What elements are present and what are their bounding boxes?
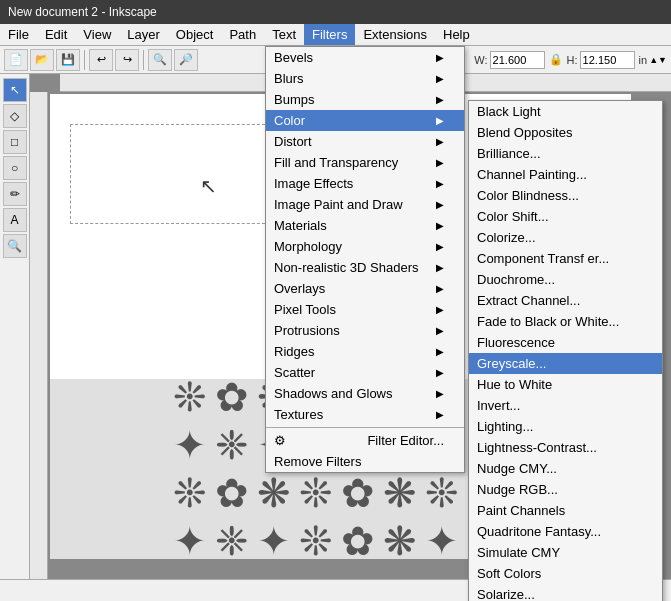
protrusions-label: Protrusions [274, 323, 340, 338]
width-input[interactable] [490, 51, 545, 69]
color-brilliance[interactable]: Brilliance... [469, 143, 662, 164]
fill-transparency-arrow: ▶ [436, 157, 444, 168]
filters-fill-transparency[interactable]: Fill and Transparency ▶ [266, 152, 464, 173]
color-component-transfer[interactable]: Component Transf er... [469, 248, 662, 269]
color-black-light[interactable]: Black Light [469, 101, 662, 122]
filters-ridges[interactable]: Ridges ▶ [266, 341, 464, 362]
zoom-tool[interactable]: 🔍 [3, 234, 27, 258]
color-soft-colors[interactable]: Soft Colors [469, 563, 662, 584]
filters-morphology[interactable]: Morphology ▶ [266, 236, 464, 257]
filters-overlays[interactable]: Overlays ▶ [266, 278, 464, 299]
menu-view[interactable]: View [75, 24, 119, 45]
menu-text[interactable]: Text [264, 24, 304, 45]
color-paint-channels[interactable]: Paint Channels [469, 500, 662, 521]
blend-opposites-label: Blend Opposites [477, 125, 572, 140]
filters-bevels[interactable]: Bevels ▶ [266, 47, 464, 68]
menu-layer[interactable]: Layer [119, 24, 168, 45]
filters-pixel-tools[interactable]: Pixel Tools ▶ [266, 299, 464, 320]
filters-dropdown[interactable]: Bevels ▶ Blurs ▶ Bumps ▶ Color ▶ Distort… [265, 46, 465, 473]
color-simulate-cmy[interactable]: Simulate CMY [469, 542, 662, 563]
color-duochrome[interactable]: Duochrome... [469, 269, 662, 290]
color-blindness-label: Color Blindness... [477, 188, 579, 203]
morphology-label: Morphology [274, 239, 342, 254]
filters-filter-editor[interactable]: ⚙ Filter Editor... [266, 430, 464, 451]
filters-color[interactable]: Color ▶ [266, 110, 464, 131]
color-fade-black-white[interactable]: Fade to Black or White... [469, 311, 662, 332]
menu-object[interactable]: Object [168, 24, 222, 45]
color-channel-painting[interactable]: Channel Painting... [469, 164, 662, 185]
zoom-in-btn[interactable]: 🔍 [148, 49, 172, 71]
ellipse-tool[interactable]: ○ [3, 156, 27, 180]
height-label: H: [567, 54, 578, 66]
color-greyscale[interactable]: Greyscale... [469, 353, 662, 374]
filter-editor-label: Filter Editor... [367, 433, 444, 448]
menu-extensions[interactable]: Extensions [355, 24, 435, 45]
undo-btn[interactable]: ↩ [89, 49, 113, 71]
filters-image-paint[interactable]: Image Paint and Draw ▶ [266, 194, 464, 215]
filters-remove[interactable]: Remove Filters [266, 451, 464, 472]
menu-help[interactable]: Help [435, 24, 478, 45]
filters-distort[interactable]: Distort ▶ [266, 131, 464, 152]
node-tool[interactable]: ◇ [3, 104, 27, 128]
save-btn[interactable]: 💾 [56, 49, 80, 71]
color-solarize[interactable]: Solarize... [469, 584, 662, 601]
color-invert[interactable]: Invert... [469, 395, 662, 416]
shadows-glows-arrow: ▶ [436, 388, 444, 399]
menu-edit[interactable]: Edit [37, 24, 75, 45]
fluorescence-label: Fluorescence [477, 335, 555, 350]
text-tool[interactable]: A [3, 208, 27, 232]
color-extract-channel[interactable]: Extract Channel... [469, 290, 662, 311]
color-blend-opposites[interactable]: Blend Opposites [469, 122, 662, 143]
color-lightness-contrast[interactable]: Lightness-Contrast... [469, 437, 662, 458]
color-blindness[interactable]: Color Blindness... [469, 185, 662, 206]
textures-label: Textures [274, 407, 323, 422]
filters-bumps[interactable]: Bumps ▶ [266, 89, 464, 110]
nudge-cmy-label: Nudge CMY... [477, 461, 557, 476]
color-hue-white[interactable]: Hue to White [469, 374, 662, 395]
filters-protrusions[interactable]: Protrusions ▶ [266, 320, 464, 341]
lightness-contrast-label: Lightness-Contrast... [477, 440, 597, 455]
menu-filters[interactable]: Filters [304, 24, 355, 45]
extract-channel-label: Extract Channel... [477, 293, 580, 308]
height-input[interactable] [580, 51, 635, 69]
color-shift-label: Color Shift... [477, 209, 549, 224]
ridges-label: Ridges [274, 344, 314, 359]
menu-path[interactable]: Path [221, 24, 264, 45]
color-nudge-cmy[interactable]: Nudge CMY... [469, 458, 662, 479]
filters-materials[interactable]: Materials ▶ [266, 215, 464, 236]
solarize-label: Solarize... [477, 587, 535, 601]
component-transfer-label: Component Transf er... [477, 251, 609, 266]
menu-file[interactable]: File [0, 24, 37, 45]
filters-shadows-glows[interactable]: Shadows and Glows ▶ [266, 383, 464, 404]
color-nudge-rgb[interactable]: Nudge RGB... [469, 479, 662, 500]
filters-non-realistic[interactable]: Non-realistic 3D Shaders ▶ [266, 257, 464, 278]
color-fluorescence[interactable]: Fluorescence [469, 332, 662, 353]
new-btn[interactable]: 📄 [4, 49, 28, 71]
brilliance-label: Brilliance... [477, 146, 541, 161]
filters-scatter[interactable]: Scatter ▶ [266, 362, 464, 383]
open-btn[interactable]: 📂 [30, 49, 54, 71]
fade-black-white-label: Fade to Black or White... [477, 314, 619, 329]
filter-editor-icon: ⚙ [274, 433, 286, 448]
filters-blurs[interactable]: Blurs ▶ [266, 68, 464, 89]
pencil-tool[interactable]: ✏ [3, 182, 27, 206]
color-lighting[interactable]: Lighting... [469, 416, 662, 437]
redo-btn[interactable]: ↪ [115, 49, 139, 71]
nudge-rgb-label: Nudge RGB... [477, 482, 558, 497]
scatter-label: Scatter [274, 365, 315, 380]
color-quadritone[interactable]: Quadritone Fantasy... [469, 521, 662, 542]
rect-tool[interactable]: □ [3, 130, 27, 154]
select-tool[interactable]: ↖ [3, 78, 27, 102]
color-submenu[interactable]: Black Light Blend Opposites Brilliance..… [468, 100, 663, 601]
left-toolbar: ↖ ◇ □ ○ ✏ A 🔍 [0, 74, 30, 579]
image-effects-arrow: ▶ [436, 178, 444, 189]
width-field: W: 🔒 H: in ▲▼ [474, 51, 667, 69]
textures-arrow: ▶ [436, 409, 444, 420]
materials-arrow: ▶ [436, 220, 444, 231]
filters-textures[interactable]: Textures ▶ [266, 404, 464, 425]
zoom-out-btn[interactable]: 🔎 [174, 49, 198, 71]
filters-image-effects[interactable]: Image Effects ▶ [266, 173, 464, 194]
color-colorize[interactable]: Colorize... [469, 227, 662, 248]
bevels-arrow: ▶ [436, 52, 444, 63]
color-shift[interactable]: Color Shift... [469, 206, 662, 227]
